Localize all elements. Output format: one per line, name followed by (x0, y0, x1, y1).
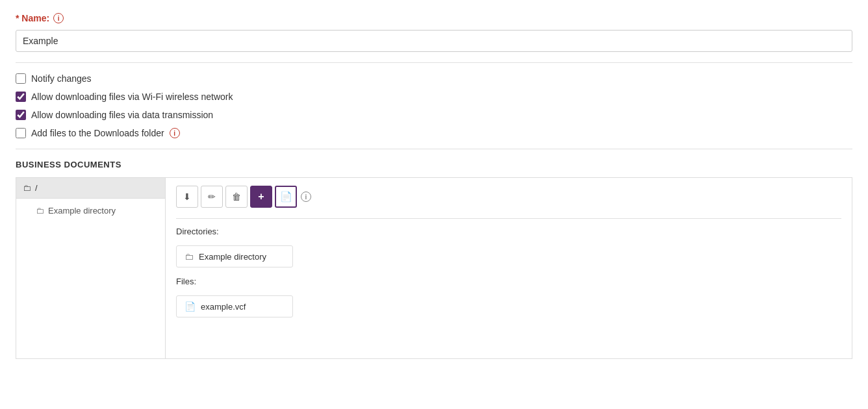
checkbox-wifi-label[interactable]: Allow downloading files via Wi-Fi wirele… (31, 92, 233, 102)
checkbox-downloads-label[interactable]: Add files to the Downloads folder (31, 128, 164, 138)
download-icon: ⬇ (183, 192, 191, 202)
file-item-example-vcf[interactable]: 📄 example.vcf (176, 295, 293, 317)
checkbox-notify[interactable] (16, 73, 26, 84)
edit-icon: ✏ (208, 192, 216, 202)
file-item-label: example.vcf (201, 302, 246, 312)
directories-label: Directories: (176, 227, 841, 236)
checkbox-notify-row: Notify changes (16, 73, 852, 84)
info-icon-wrapper: i (300, 186, 313, 208)
content-divider-1 (176, 218, 841, 219)
name-input[interactable] (16, 30, 852, 52)
checkbox-data-row: Allow downloading files via data transmi… (16, 110, 852, 120)
tree-item-label: Example directory (48, 206, 116, 216)
add-folder-button[interactable]: + (250, 186, 272, 208)
files-label: Files: (176, 277, 841, 286)
name-asterisk-label: * Name: (16, 13, 49, 23)
toolbar: ⬇ ✏ 🗑 + 📄 i (176, 186, 841, 208)
add-file-button[interactable]: 📄 (275, 186, 297, 208)
add-folder-icon: + (258, 191, 264, 203)
directory-item-label: Example directory (199, 252, 266, 262)
folder-child-icon: 🗀 (36, 206, 44, 216)
delete-button[interactable]: 🗑 (225, 186, 248, 208)
checkbox-wifi-row: Allow downloading files via Wi-Fi wirele… (16, 92, 852, 102)
name-label-row: * Name: i (16, 13, 852, 23)
business-docs-title: BUSINESS DOCUMENTS (16, 160, 852, 169)
folder-root-icon: 🗀 (23, 183, 31, 193)
file-icon: 📄 (185, 301, 196, 312)
divider-1 (16, 62, 852, 63)
toolbar-info-icon: i (301, 192, 311, 202)
name-info-icon: i (53, 13, 64, 23)
checkbox-downloads[interactable] (16, 128, 26, 138)
checkbox-data[interactable] (16, 110, 26, 120)
checkbox-data-label[interactable]: Allow downloading files via data transmi… (31, 110, 213, 120)
tree-children: 🗀 Example directory (16, 199, 165, 223)
business-docs-panel: 🗀 / 🗀 Example directory ⬇ ✏ 🗑 + (16, 177, 852, 359)
tree-item-example-directory[interactable]: 🗀 Example directory (29, 203, 165, 219)
tree-panel: 🗀 / 🗀 Example directory (16, 178, 166, 358)
directory-folder-icon: 🗀 (185, 251, 194, 262)
checkbox-wifi[interactable] (16, 92, 26, 102)
download-button[interactable]: ⬇ (176, 186, 198, 208)
checkbox-downloads-row: Add files to the Downloads folder i (16, 128, 852, 138)
add-file-icon: 📄 (280, 191, 292, 203)
divider-2 (16, 149, 852, 149)
edit-button[interactable]: ✏ (201, 186, 223, 208)
trash-icon: 🗑 (232, 192, 241, 202)
tree-root-label: / (35, 183, 38, 193)
directory-item-example[interactable]: 🗀 Example directory (176, 245, 293, 267)
checkbox-notify-label[interactable]: Notify changes (31, 73, 92, 84)
checkboxes-section: Notify changes Allow downloading files v… (16, 73, 852, 138)
downloads-info-icon: i (170, 128, 180, 138)
tree-root[interactable]: 🗀 / (16, 178, 165, 199)
content-panel: ⬇ ✏ 🗑 + 📄 i Directories: 🗀 Example direc… (166, 178, 852, 358)
